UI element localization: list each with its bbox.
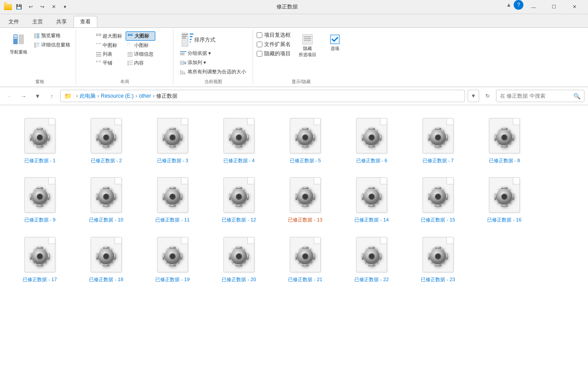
- breadcrumb-pc[interactable]: 此电脑: [80, 92, 96, 100]
- fit-columns-button[interactable]: 将所有列调整为合适的大小: [178, 68, 248, 76]
- maximize-button[interactable]: ☐: [544, 0, 564, 14]
- svg-rect-26: [127, 56, 133, 57]
- gear-icon: [159, 125, 186, 154]
- back-button[interactable]: ←: [4, 90, 15, 102]
- preview-pane-label: 预览窗格: [41, 32, 61, 39]
- file-item-19[interactable]: 已修正数据 - 19: [142, 231, 204, 286]
- tab-file[interactable]: 文件: [2, 16, 26, 27]
- file-item-13[interactable]: 已修正数据 - 13: [274, 172, 336, 226]
- nav-pane-button[interactable]: 导航窗格: [7, 31, 30, 57]
- file-item-6[interactable]: 已修正数据 - 6: [341, 112, 403, 167]
- qat-undo[interactable]: ↩: [26, 2, 35, 12]
- address-bar-container: ← → ▼ ↑ 📁 › 此电脑 › Resource (E:) › other …: [0, 87, 588, 105]
- svg-point-65: [104, 135, 108, 140]
- file-item-15[interactable]: 已修正数据 - 15: [407, 172, 469, 226]
- file-item-9[interactable]: 已修正数据 - 9: [9, 172, 71, 226]
- tiles-btn[interactable]: 平铺: [94, 59, 124, 67]
- preview-pane-button[interactable]: 预览窗格: [32, 31, 72, 40]
- file-item-20[interactable]: 已修正数据 - 20: [208, 231, 270, 286]
- file-name: 已修正数据 - 12: [222, 217, 256, 223]
- file-item-7[interactable]: 已修正数据 - 7: [407, 112, 469, 167]
- file-extensions-input[interactable]: [257, 42, 262, 47]
- search-input[interactable]: [500, 93, 572, 99]
- breadcrumb-sep-3: ›: [153, 93, 154, 99]
- file-item-3[interactable]: 已修正数据 - 3: [142, 112, 204, 167]
- layout-content: 超大图标 大图标 中图标 小图标: [94, 30, 155, 78]
- sort-by-button[interactable]: 排序方式: [178, 31, 218, 48]
- up-button[interactable]: ↑: [46, 90, 58, 102]
- svg-rect-12: [128, 34, 130, 36]
- qat-close[interactable]: ✕: [49, 2, 58, 12]
- minimize-button[interactable]: —: [523, 0, 544, 14]
- file-icon-container: [219, 116, 259, 156]
- hidden-items-label: 隐藏的项目: [264, 50, 291, 57]
- help-button[interactable]: ?: [514, 0, 523, 10]
- file-item-18[interactable]: 已修正数据 - 18: [75, 231, 137, 286]
- tab-home[interactable]: 主页: [26, 16, 50, 27]
- medium-icons-btn[interactable]: 中图标: [94, 41, 124, 50]
- file-icon-container: [484, 175, 524, 215]
- file-item-1[interactable]: 已修正数据 - 1: [9, 112, 71, 167]
- large-icons-btn[interactable]: 大图标: [126, 31, 155, 41]
- refresh-button[interactable]: ↻: [482, 90, 493, 102]
- file-item-17[interactable]: 已修正数据 - 17: [9, 231, 71, 286]
- hidden-items-option[interactable]: 隐藏的项目: [257, 50, 291, 57]
- breadcrumb-drive[interactable]: Resource (E:): [101, 93, 134, 99]
- file-item-21[interactable]: 已修正数据 - 21: [274, 231, 336, 286]
- address-dropdown-button[interactable]: ▼: [468, 90, 479, 102]
- svg-rect-54: [303, 34, 312, 44]
- small-icons-btn[interactable]: 小图标: [126, 41, 155, 50]
- file-item-4[interactable]: 已修正数据 - 4: [208, 112, 270, 167]
- svg-point-80: [436, 135, 440, 140]
- file-extensions-option[interactable]: 文件扩展名: [257, 41, 291, 48]
- small-icons-label: 小图标: [134, 42, 149, 49]
- panes-group-label: 窗格: [7, 78, 72, 85]
- breadcrumb-sep-0: ›: [76, 93, 78, 99]
- list-btn[interactable]: 列表: [94, 50, 124, 58]
- file-item-23[interactable]: 已修正数据 - 23: [407, 231, 469, 286]
- breadcrumb-other[interactable]: other: [139, 93, 151, 99]
- extra-large-icons-btn[interactable]: 超大图标: [94, 31, 124, 41]
- svg-rect-27: [96, 61, 98, 62]
- svg-rect-9: [37, 46, 39, 46]
- options-button[interactable]: 选项: [324, 31, 346, 53]
- ribbon-collapse-btn[interactable]: ▲: [504, 0, 514, 10]
- svg-rect-46: [182, 61, 184, 65]
- address-bar[interactable]: 📁 › 此电脑 › Resource (E:) › other › 修正数据: [60, 90, 465, 102]
- details-btn[interactable]: 详细信息: [126, 50, 155, 58]
- search-box[interactable]: 🔍: [496, 90, 584, 102]
- qat-redo[interactable]: ↪: [37, 2, 47, 12]
- tab-view[interactable]: 查看: [73, 16, 97, 27]
- forward-button[interactable]: →: [18, 90, 29, 102]
- current-view-content: 排序方式 分组依据 ▾ 添加列 ▾ 将所有列调整为合适的大小: [178, 30, 248, 78]
- file-item-11[interactable]: 已修正数据 - 11: [142, 172, 204, 226]
- file-item-2[interactable]: 已修正数据 - 2: [75, 112, 137, 167]
- file-item-16[interactable]: 已修正数据 - 16: [473, 172, 535, 226]
- gear-icon: [358, 244, 385, 273]
- file-name: 已修正数据 - 5: [290, 157, 321, 164]
- file-item-5[interactable]: 已修正数据 - 5: [274, 112, 336, 167]
- content-btn[interactable]: 内容: [126, 59, 155, 67]
- file-name: 已修正数据 - 1: [24, 157, 56, 164]
- details-pane-button[interactable]: 详细信息窗格: [32, 41, 72, 49]
- item-checkbox-label: 项目复选框: [264, 31, 291, 39]
- file-item-14[interactable]: 已修正数据 - 14: [341, 172, 403, 226]
- qat-customize[interactable]: ▾: [60, 2, 70, 12]
- file-item-10[interactable]: 已修正数据 - 10: [75, 172, 137, 226]
- svg-rect-21: [96, 54, 101, 55]
- tab-share[interactable]: 共享: [50, 16, 73, 27]
- svg-rect-13: [131, 34, 132, 36]
- window-controls: ▲ ? — ☐ ✕: [504, 0, 584, 14]
- file-item-12[interactable]: 已修正数据 - 12: [208, 172, 270, 226]
- recent-locations-button[interactable]: ▼: [32, 90, 43, 102]
- hidden-items-input[interactable]: [257, 51, 262, 57]
- file-item-8[interactable]: 已修正数据 - 8: [473, 112, 535, 167]
- qat-save[interactable]: 💾: [14, 2, 24, 12]
- item-checkbox-option[interactable]: 项目复选框: [257, 31, 291, 39]
- add-column-button[interactable]: 添加列 ▾: [178, 58, 208, 67]
- hide-selected-button[interactable]: 隐藏所选项目: [296, 31, 319, 60]
- group-by-button[interactable]: 分组依据 ▾: [178, 49, 213, 57]
- close-button[interactable]: ✕: [564, 0, 584, 14]
- item-checkbox-input[interactable]: [257, 32, 262, 38]
- file-item-22[interactable]: 已修正数据 - 22: [341, 231, 403, 286]
